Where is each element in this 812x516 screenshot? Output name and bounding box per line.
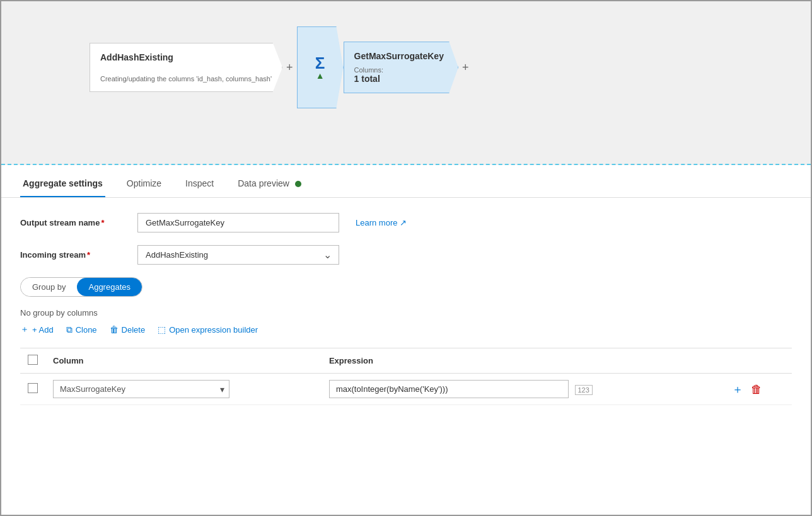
sigma-icon: Σ [315, 55, 325, 71]
output-stream-input[interactable] [137, 213, 339, 232]
open-expr-button[interactable]: ⬚ Open expression builder [158, 324, 258, 335]
row-checkbox-cell [20, 374, 45, 405]
tab-data-preview[interactable]: Data preview [235, 171, 304, 197]
data-preview-dot [295, 181, 301, 187]
table-header-row: Column Expression [20, 348, 792, 374]
column-input-wrapper: ▾ [53, 380, 229, 398]
toggle-group-by-button[interactable]: Group by [21, 278, 77, 296]
table-row: ▾ 123 ＋ 🗑 [20, 374, 792, 405]
clone-label: Clone [76, 325, 97, 335]
header-checkbox-col [20, 348, 45, 374]
column-cell: ▾ [45, 374, 322, 405]
header-checkbox[interactable] [28, 355, 38, 365]
incoming-stream-row: Incoming stream* AddHashExisting [20, 245, 792, 265]
tab-inspect[interactable]: Inspect [183, 171, 216, 197]
toggle-aggregates-button[interactable]: Aggregates [77, 278, 142, 296]
delete-icon: 🗑 [110, 324, 119, 335]
clone-button[interactable]: ⧉ Clone [66, 324, 97, 335]
add-button[interactable]: ＋ + Add [20, 324, 54, 335]
data-table: Column Expression ▾ [20, 348, 792, 405]
row-add-button[interactable]: ＋ [731, 384, 745, 395]
node-get-max[interactable]: GetMaxSurrogateKey Columns: 1 total [344, 42, 458, 93]
expr-builder-icon: ⬚ [158, 324, 166, 335]
agg-icon-node[interactable]: Σ ▲ [297, 26, 344, 108]
row-actions-cell: ＋ 🗑 [723, 374, 792, 405]
canvas-area: AddHashExisting Creating/updating the co… [1, 1, 811, 165]
tabs-container: Aggregate settings Optimize Inspect Data… [1, 165, 811, 198]
external-link-icon: ↗ [400, 218, 407, 227]
form-area: Output stream name* Learn more ↗ Incomin… [1, 198, 811, 516]
column-input[interactable] [53, 380, 229, 398]
incoming-stream-select-wrapper: AddHashExisting [137, 245, 339, 265]
row-checkbox[interactable] [28, 383, 38, 393]
expression-cell: 123 [322, 374, 723, 405]
expression-badge: 123 [575, 385, 593, 395]
plus-sign-1: + [286, 61, 293, 74]
actions-header [723, 348, 792, 374]
node-get-max-title: GetMaxSurrogateKey [354, 51, 444, 61]
incoming-stream-label: Incoming stream* [20, 250, 127, 260]
expression-header: Expression [322, 348, 723, 374]
tab-aggregate-settings[interactable]: Aggregate settings [20, 171, 105, 197]
node-get-max-columns-label: Columns: [354, 66, 444, 74]
no-group-text: No group by columns [20, 308, 792, 318]
node-get-max-columns-value: 1 total [354, 74, 444, 84]
pipeline: AddHashExisting Creating/updating the co… [90, 26, 472, 108]
node-add-hash-desc: Creating/updating the columns 'id_hash, … [100, 75, 272, 83]
open-expr-label: Open expression builder [169, 325, 258, 335]
node-add-hash[interactable]: AddHashExisting Creating/updating the co… [90, 43, 282, 92]
expression-input[interactable] [329, 380, 569, 398]
plus-sign-2: + [462, 61, 469, 74]
row-actions: ＋ 🗑 [731, 384, 784, 395]
toolbar: ＋ + Add ⧉ Clone 🗑 Delete ⬚ Open expressi… [20, 324, 792, 335]
clone-icon: ⧉ [66, 324, 72, 335]
add-icon: ＋ [20, 324, 29, 335]
tab-optimize[interactable]: Optimize [124, 171, 164, 197]
settings-panel: Aggregate settings Optimize Inspect Data… [1, 165, 811, 516]
incoming-stream-required: * [87, 250, 90, 260]
add-label: + Add [32, 325, 54, 335]
node-add-hash-title: AddHashExisting [100, 52, 272, 62]
output-stream-row: Output stream name* Learn more ↗ [20, 213, 792, 232]
row-delete-button[interactable]: 🗑 [750, 384, 763, 395]
output-stream-label: Output stream name* [20, 218, 127, 227]
column-header: Column [45, 348, 322, 374]
delete-button[interactable]: 🗑 Delete [110, 324, 146, 335]
delete-label: Delete [122, 325, 146, 335]
toggle-group: Group by Aggregates [20, 277, 142, 297]
incoming-stream-select[interactable]: AddHashExisting [137, 245, 339, 265]
agg-arrow-icon: ▲ [316, 71, 325, 80]
agg-icon: Σ ▲ [315, 55, 325, 80]
output-stream-required: * [101, 218, 104, 227]
learn-more-link[interactable]: Learn more ↗ [356, 218, 407, 227]
